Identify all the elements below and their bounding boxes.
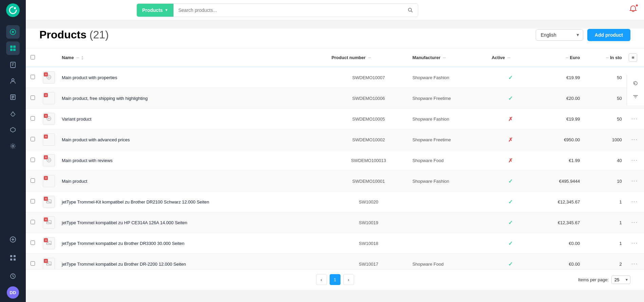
image-error-icon: ✕ xyxy=(44,238,48,242)
row-actions-button[interactable]: ··· xyxy=(629,177,641,185)
sidebar-item-settings[interactable] xyxy=(6,139,20,153)
row-actions-button[interactable]: ··· xyxy=(629,156,641,165)
row-checkbox-cell xyxy=(26,192,39,212)
row-checkbox-cell xyxy=(26,129,39,150)
row-checkbox[interactable] xyxy=(31,241,35,245)
row-actions-button[interactable]: ··· xyxy=(629,218,641,227)
product-number-col-header[interactable]: Product number ··· xyxy=(328,49,409,67)
active-cell: ✓ xyxy=(488,212,533,233)
sidebar-item-customers[interactable] xyxy=(6,74,20,88)
svg-rect-7 xyxy=(11,62,15,68)
table-row: ✕jetType Trommel kompatibel zu Brother D… xyxy=(26,254,644,269)
product-name-cell[interactable]: jetType Trommel-Kit kompatibel zu Brothe… xyxy=(58,192,328,212)
price-cell: €495.9444 xyxy=(533,171,583,192)
manufacturer-cell: Shopware Fashion xyxy=(409,67,488,88)
add-product-button[interactable]: Add product xyxy=(587,29,630,41)
name-sort-icon: ▲▼ xyxy=(81,55,84,60)
notification-icon[interactable] xyxy=(629,5,637,15)
row-checkbox[interactable] xyxy=(31,116,35,121)
name-col-options: ··· xyxy=(76,56,79,60)
product-name-cell[interactable]: Main product with reviews xyxy=(58,150,328,171)
image-error-icon: ✕ xyxy=(44,72,48,76)
row-actions-cell: ··· xyxy=(625,171,644,192)
svg-point-17 xyxy=(408,8,411,11)
product-number-cell: SWDEMO10001 xyxy=(328,171,409,192)
sidebar-item-catalog[interactable] xyxy=(6,41,20,55)
product-name-cell[interactable]: jetType Trommel kompatibel zu Brother DR… xyxy=(58,233,328,254)
row-checkbox[interactable] xyxy=(31,178,35,183)
row-actions-button[interactable]: ··· xyxy=(629,197,641,206)
select-all-col xyxy=(26,49,39,67)
select-all-checkbox[interactable] xyxy=(31,55,35,59)
row-checkbox[interactable] xyxy=(31,158,35,162)
product-name-cell[interactable]: jetType Trommel kompatibel zu HP CE314A … xyxy=(58,212,328,233)
next-page-button[interactable]: › xyxy=(343,274,354,285)
sidebar-item-dashboard[interactable] xyxy=(6,25,20,39)
active-cell: ✗ xyxy=(488,109,533,129)
user-avatar[interactable]: DD xyxy=(7,286,19,299)
manufacturer-col-header[interactable]: Manufacturer ··· xyxy=(409,49,488,67)
sidebar-item-grid[interactable] xyxy=(6,251,20,265)
sidebar-item-history[interactable] xyxy=(6,269,20,283)
sidebar-item-marketing[interactable] xyxy=(6,107,20,120)
row-checkbox[interactable] xyxy=(31,137,35,141)
svg-point-23 xyxy=(48,159,50,161)
product-image-cell: ✕ xyxy=(39,109,58,129)
row-checkbox[interactable] xyxy=(31,75,35,79)
row-checkbox-cell xyxy=(26,254,39,269)
search-category-button[interactable]: Products ▼ xyxy=(137,4,174,17)
product-name-cell[interactable]: jetType Trommel kompatibel zu Brother DR… xyxy=(58,254,328,269)
product-name-cell[interactable]: Main product with advanced prices xyxy=(58,129,328,150)
manufacturer-cell: Shopware Fashion xyxy=(409,109,488,129)
prev-page-button[interactable]: ‹ xyxy=(316,274,327,285)
sidebar-item-content[interactable] xyxy=(6,90,20,104)
active-col-header[interactable]: Active ··· xyxy=(488,49,533,67)
sidebar-item-orders[interactable] xyxy=(6,58,20,71)
row-actions-button[interactable]: ··· xyxy=(629,135,641,144)
sidebar-item-add[interactable] xyxy=(6,233,20,246)
row-checkbox[interactable] xyxy=(31,261,35,266)
reset-view-button[interactable] xyxy=(630,77,641,89)
name-col-header[interactable]: Name ··· ▲▼ xyxy=(58,49,328,67)
table-row: ✕Main product with reviewsSWDEMO100013Sh… xyxy=(26,150,644,171)
row-actions-cell: ··· xyxy=(625,129,644,150)
product-image-placeholder: ✕ xyxy=(43,175,55,187)
row-actions-button[interactable]: ··· xyxy=(629,260,641,268)
euro-col-dots: ··· xyxy=(566,56,569,60)
page-1-button[interactable]: 1 xyxy=(330,274,341,285)
active-true-icon: ✓ xyxy=(508,75,513,81)
row-checkbox[interactable] xyxy=(31,95,35,100)
row-actions-button[interactable]: ··· xyxy=(629,114,641,123)
product-image-placeholder: ✕ xyxy=(43,113,55,125)
price-cell: €12,345.67 xyxy=(533,192,583,212)
filter-button[interactable] xyxy=(630,91,641,103)
items-per-page-select[interactable]: 10 25 50 100 xyxy=(611,276,630,284)
row-actions-button[interactable]: ··· xyxy=(629,239,641,248)
product-name-cell[interactable]: Variant product xyxy=(58,109,328,129)
product-image-cell: ✕ xyxy=(39,150,58,171)
stock-col-header[interactable]: ··· In sto xyxy=(583,49,625,67)
euro-col-header[interactable]: ··· Euro xyxy=(533,49,583,67)
search-category-label: Products xyxy=(142,7,163,13)
table-scroll[interactable]: Name ··· ▲▼ Product number ··· Manufactu… xyxy=(26,49,644,269)
app-logo[interactable] xyxy=(6,3,20,17)
stock-cell: 1 xyxy=(583,233,625,254)
search-input[interactable] xyxy=(173,4,403,17)
active-col-options: ··· xyxy=(508,56,510,60)
product-name-cell[interactable]: Main product xyxy=(58,171,328,192)
search-submit-button[interactable] xyxy=(403,4,418,17)
pn-col-options: ··· xyxy=(368,56,371,60)
stock-col-dots: ··· xyxy=(606,56,609,60)
price-cell: €0.00 xyxy=(533,233,583,254)
product-name-cell[interactable]: Main product with properties xyxy=(58,67,328,88)
table-row: ✕Main productSWDEMO10001Shopware Fashion… xyxy=(26,171,644,192)
active-false-icon: ✗ xyxy=(508,158,513,163)
product-image-placeholder: ✕ xyxy=(43,154,55,166)
product-name-cell[interactable]: Main product, free shipping with highlig… xyxy=(58,88,328,109)
sidebar-item-extensions[interactable] xyxy=(6,123,20,137)
language-selector[interactable]: English German French xyxy=(536,29,583,41)
svg-point-10 xyxy=(12,145,14,147)
column-settings-button[interactable]: ≡ xyxy=(629,53,638,62)
row-checkbox[interactable] xyxy=(31,220,35,224)
row-checkbox[interactable] xyxy=(31,199,35,203)
